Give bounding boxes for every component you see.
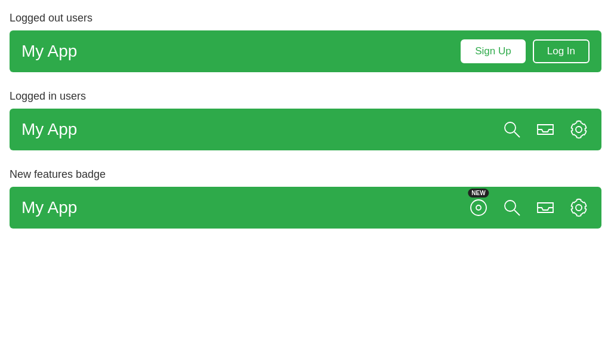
new-badge: NEW [468, 189, 489, 198]
logged-out-section: Logged out users My App Sign Up Log In [10, 12, 601, 72]
app-brand-logged-out: My App [21, 42, 77, 61]
new-features-section: New features badge My App NEW [10, 168, 601, 229]
settings-icon-nf[interactable] [568, 197, 590, 218]
search-icon-nf[interactable] [501, 197, 523, 218]
app-brand-new-features: My App [21, 198, 77, 217]
svg-point-2 [576, 127, 582, 132]
whats-new-icon[interactable] [468, 197, 489, 218]
logged-out-label: Logged out users [10, 12, 601, 24]
login-button[interactable]: Log In [533, 39, 590, 63]
inbox-icon[interactable] [535, 119, 556, 140]
inbox-icon-nf[interactable] [535, 197, 556, 218]
new-features-label: New features badge [10, 168, 601, 181]
search-icon[interactable] [501, 119, 523, 140]
svg-point-8 [576, 205, 582, 211]
svg-line-1 [514, 132, 520, 137]
app-brand-logged-in: My App [21, 120, 77, 139]
whats-new-container[interactable]: NEW [468, 197, 489, 218]
svg-point-6 [505, 200, 516, 211]
logged-in-section: Logged in users My App [10, 90, 601, 150]
svg-point-5 [478, 207, 480, 209]
new-features-icons-group: NEW [468, 197, 590, 218]
logged-out-actions: Sign Up Log In [461, 39, 590, 63]
new-features-navbar: My App NEW [10, 187, 601, 229]
logged-out-navbar: My App Sign Up Log In [10, 30, 601, 72]
signup-button[interactable]: Sign Up [461, 39, 525, 63]
svg-line-7 [514, 210, 520, 215]
logged-in-icons [501, 119, 590, 140]
logged-in-label: Logged in users [10, 90, 601, 103]
logged-in-navbar: My App [10, 109, 601, 150]
svg-point-0 [505, 122, 516, 133]
settings-icon[interactable] [568, 119, 590, 140]
